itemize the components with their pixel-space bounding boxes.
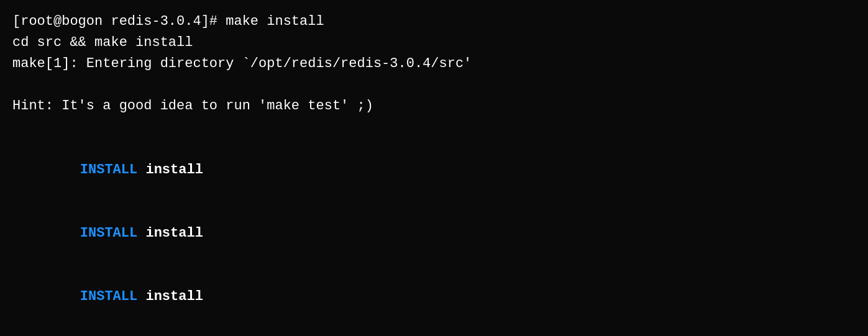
terminal-line-1: [root@bogon redis-3.0.4]# make install (12, 11, 856, 32)
terminal-blank-2 (12, 117, 856, 138)
terminal-line-3: make[1]: Entering directory `/opt/redis/… (12, 53, 856, 75)
terminal-window: [root@bogon redis-3.0.4]# make install c… (0, 0, 868, 336)
install-text-2: install (137, 225, 203, 241)
terminal-install-line-3: INSTALL install (12, 265, 856, 329)
terminal-install-line-2: INSTALL install (12, 202, 856, 265)
terminal-line-hint: Hint: It's a good idea to run 'make test… (12, 96, 856, 117)
terminal-blank-1 (12, 75, 856, 96)
install-keyword-3: INSTALL (80, 289, 137, 304)
terminal-install-line-1: INSTALL install (12, 138, 856, 202)
terminal-install-line-4: INSTALL install (12, 329, 856, 336)
install-text-1: install (137, 162, 203, 178)
install-keyword-1: INSTALL (80, 162, 137, 178)
install-keyword-2: INSTALL (80, 225, 137, 241)
terminal-line-2: cd src && make install (12, 32, 856, 53)
install-text-3: install (137, 289, 203, 304)
